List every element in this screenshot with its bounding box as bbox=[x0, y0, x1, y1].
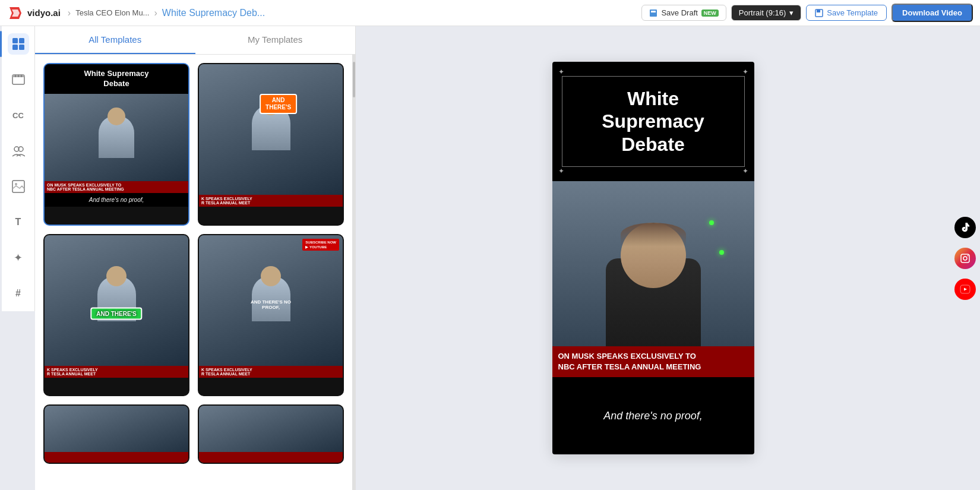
template-1-news-bar: ON MUSK SPEAKS EXCLUSIVELY TONBC AFTER T… bbox=[45, 181, 188, 193]
preview-news-bar-line2: NBC AFTER TESLA ANNUAL MEETING bbox=[558, 362, 701, 371]
svg-rect-7 bbox=[19, 38, 24, 43]
breadcrumb-parent: Tesla CEO Elon Mu... bbox=[75, 8, 149, 17]
sidebar-item-magic[interactable]: ✦ bbox=[8, 247, 29, 268]
preview-phone: ✦ ✦ ✦ ✦ White SupremacyDebate bbox=[552, 62, 754, 454]
hashtag-icon: # bbox=[15, 288, 21, 299]
logo: vidyo.ai bbox=[7, 5, 61, 21]
preview-caption-text: And there's no proof, bbox=[603, 410, 703, 422]
speakers-icon bbox=[12, 144, 25, 157]
new-badge: NEW bbox=[701, 10, 719, 17]
youtube-shorts-icon[interactable] bbox=[954, 279, 976, 300]
templates-grid: White SupremacyDebate ON MUSK SPEAKS EXC… bbox=[35, 55, 352, 490]
templates-icon bbox=[12, 37, 25, 50]
template-3-news-bar: K SPEAKS EXCLUSIVELYR TESLA ANNUAL MEET bbox=[45, 366, 188, 378]
chevron-down-icon: ▾ bbox=[789, 8, 794, 17]
template-2-video: ANDTHERE'S K SPEAKS EXCLUSIVELYR TESLA A… bbox=[199, 64, 343, 207]
save-icon bbox=[815, 9, 823, 17]
template-3-video: AND THERE'S K SPEAKS EXCLUSIVELYR TESLA … bbox=[45, 235, 188, 378]
preview-title-border: White SupremacyDebate bbox=[562, 76, 745, 167]
template-1-title: White SupremacyDebate bbox=[45, 64, 188, 94]
svg-point-18 bbox=[15, 183, 17, 185]
template-card-6[interactable] bbox=[198, 404, 344, 464]
template-card-2[interactable]: ANDTHERE'S K SPEAKS EXCLUSIVELYR TESLA A… bbox=[198, 63, 344, 226]
template-2-animated-text: ANDTHERE'S bbox=[260, 94, 297, 114]
save-draft-label: Save Draft bbox=[661, 8, 697, 17]
logo-text: vidyo.ai bbox=[27, 8, 61, 18]
main-content: CC T ✦ # bbox=[0, 26, 980, 490]
template-2-news-bar: K SPEAKS EXCLUSIVELYR TESLA ANNUAL MEET bbox=[199, 195, 343, 207]
tab-all-templates[interactable]: All Templates bbox=[35, 26, 195, 54]
sidebar-item-speakers[interactable] bbox=[8, 140, 29, 162]
sidebar: CC T ✦ # bbox=[2, 26, 35, 311]
sidebar-item-text[interactable]: T bbox=[8, 211, 29, 233]
diamond-tl: ✦ bbox=[558, 68, 564, 76]
app-header: vidyo.ai › Tesla CEO Elon Mu... › White … bbox=[0, 0, 980, 26]
svg-rect-2 bbox=[650, 10, 657, 17]
diamond-bl: ✦ bbox=[558, 167, 564, 175]
svg-rect-9 bbox=[19, 45, 24, 50]
svg-point-21 bbox=[968, 255, 969, 256]
preview-title-text: White SupremacyDebate bbox=[579, 87, 728, 156]
tab-my-templates[interactable]: My Templates bbox=[195, 26, 356, 54]
sidebar-item-hashtag[interactable]: # bbox=[8, 283, 29, 304]
breadcrumb-current: White Supremacy Deb... bbox=[162, 8, 265, 18]
instagram-reels-icon[interactable] bbox=[954, 248, 976, 269]
social-icons-panel bbox=[950, 26, 980, 490]
template-3-animated-text: AND THERE'S bbox=[90, 307, 142, 320]
diamond-br: ✦ bbox=[742, 167, 748, 175]
save-template-label: Save Template bbox=[827, 8, 878, 17]
svg-rect-6 bbox=[12, 38, 18, 43]
bg-light-2 bbox=[719, 250, 724, 255]
text-icon: T bbox=[15, 217, 21, 227]
preview-title-section: ✦ ✦ ✦ ✦ White SupremacyDebate bbox=[552, 62, 754, 181]
template-card-3[interactable]: AND THERE'S K SPEAKS EXCLUSIVELYR TESLA … bbox=[43, 234, 189, 397]
template-card-5[interactable] bbox=[43, 404, 189, 464]
template-4-video: SUBSCRIBE NOW▶ YOUTUBE AND THERE'S NOPRO… bbox=[199, 235, 343, 378]
preview-area: ✦ ✦ ✦ ✦ White SupremacyDebate bbox=[356, 26, 950, 490]
templates-panel: All Templates My Templates White Suprema… bbox=[35, 26, 356, 490]
sidebar-item-captions[interactable]: CC bbox=[8, 105, 29, 126]
preview-news-bar: ON MUSK SPEAKS EXCLUSIVELY TO NBC AFTER … bbox=[552, 346, 754, 377]
svg-rect-3 bbox=[651, 11, 656, 12]
template-card-1[interactable]: White SupremacyDebate ON MUSK SPEAKS EXC… bbox=[43, 63, 189, 226]
download-label: Download Video bbox=[902, 8, 962, 17]
svg-point-20 bbox=[963, 257, 967, 260]
download-video-button[interactable]: Download Video bbox=[892, 4, 973, 22]
template-1-video: ON MUSK SPEAKS EXCLUSIVELY TONBC AFTER T… bbox=[45, 94, 188, 193]
vidyo-logo-icon bbox=[7, 5, 24, 21]
save-template-button[interactable]: Save Template bbox=[806, 5, 887, 21]
scrollbar[interactable] bbox=[352, 55, 355, 490]
preview-caption-section: And there's no proof, bbox=[552, 377, 754, 454]
person-figure bbox=[594, 223, 713, 353]
template-card-4[interactable]: SUBSCRIBE NOW▶ YOUTUBE AND THERE'S NOPRO… bbox=[198, 234, 344, 397]
sidebar-item-media[interactable] bbox=[8, 176, 29, 197]
portrait-label: Portrait (9:16) bbox=[739, 8, 786, 17]
clips-icon bbox=[12, 73, 25, 86]
svg-rect-8 bbox=[12, 45, 18, 50]
template-1-caption: And there's no proof, bbox=[45, 193, 188, 207]
tiktok-icon[interactable] bbox=[954, 217, 976, 238]
template-4-yt-badge: SUBSCRIBE NOW▶ YOUTUBE bbox=[302, 239, 339, 251]
preview-video-section: ON MUSK SPEAKS EXCLUSIVELY TO NBC AFTER … bbox=[552, 181, 754, 377]
sidebar-item-clips[interactable] bbox=[8, 69, 29, 90]
template-4-news-bar: K SPEAKS EXCLUSIVELYR TESLA ANNUAL MEET bbox=[199, 366, 343, 378]
scroll-thumb bbox=[353, 62, 355, 97]
svg-rect-5 bbox=[817, 10, 820, 12]
save-draft-button[interactable]: Save Draft NEW bbox=[641, 5, 726, 21]
template-4-caption-text: AND THERE'S NOPROOF, bbox=[251, 299, 291, 310]
diamond-tr: ✦ bbox=[742, 68, 748, 76]
preview-news-bar-line1: ON MUSK SPEAKS EXCLUSIVELY TO bbox=[558, 352, 696, 361]
media-icon bbox=[12, 180, 25, 193]
sidebar-item-templates[interactable] bbox=[8, 33, 29, 55]
magic-icon: ✦ bbox=[14, 251, 23, 264]
captions-cc-label: CC bbox=[12, 111, 24, 120]
draft-icon bbox=[649, 9, 657, 17]
templates-tabs: All Templates My Templates bbox=[35, 26, 355, 55]
portrait-selector[interactable]: Portrait (9:16) ▾ bbox=[731, 5, 801, 21]
